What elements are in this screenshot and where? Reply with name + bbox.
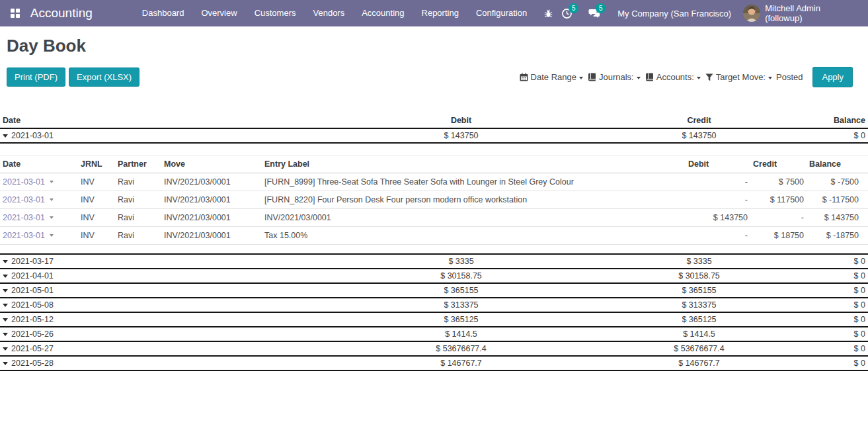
nav-item-dashboard[interactable]: Dashboard bbox=[134, 0, 193, 26]
target-move-filter[interactable]: Target Move: Posted bbox=[705, 72, 803, 82]
nav-item-reporting[interactable]: Reporting bbox=[413, 0, 467, 26]
group-toggle[interactable]: 2021-05-28 bbox=[0, 356, 304, 370]
jrnl-cell: INV bbox=[78, 227, 115, 245]
credit-cell: $ 30158.75 bbox=[618, 269, 780, 283]
user-menu[interactable]: Mitchell Admin (followup) bbox=[743, 3, 859, 23]
entry-date-link[interactable]: 2021-03-01 bbox=[3, 231, 54, 240]
apps-menu-button[interactable] bbox=[0, 0, 30, 26]
entry-date-link[interactable]: 2021-03-01 bbox=[3, 213, 54, 222]
detail-row: 2021-03-01 INV Ravi INV/2021/03/0001 [FU… bbox=[0, 191, 868, 209]
debit-cell: - bbox=[686, 227, 750, 245]
caret-down-icon bbox=[50, 181, 54, 183]
message-count-badge: 5 bbox=[596, 3, 606, 13]
credit-cell: $ 365125 bbox=[618, 312, 780, 327]
group-date: 2021-03-01 bbox=[11, 131, 54, 140]
credit-cell: $ 365155 bbox=[618, 283, 780, 298]
balance-cell: $ 0 bbox=[780, 356, 868, 370]
group-toggle[interactable]: 2021-05-08 bbox=[0, 298, 304, 312]
user-name: Mitchell Admin (followup) bbox=[765, 3, 859, 23]
caret-down-icon bbox=[50, 216, 54, 219]
balance-cell: $ 0 bbox=[780, 327, 868, 341]
caret-down-icon bbox=[768, 77, 772, 79]
calendar-icon bbox=[520, 73, 528, 81]
bug-icon bbox=[543, 9, 553, 19]
jrnl-cell: INV bbox=[78, 209, 115, 227]
activity-count-badge: 5 bbox=[569, 3, 578, 13]
credit-cell: $ 1414.5 bbox=[618, 327, 780, 341]
move-cell: INV/2021/03/0001 bbox=[161, 209, 262, 227]
nav-item-overview[interactable]: Overview bbox=[192, 0, 245, 26]
top-navbar: Accounting Dashboard Overview Customers … bbox=[0, 0, 868, 26]
detail-header-row: Date JRNL Partner Move Entry Label Debit… bbox=[0, 155, 868, 173]
summary-row: 2021-05-28 $ 146767.7 $ 146767.7 $ 0 bbox=[0, 356, 868, 370]
nav-item-configuration[interactable]: Configuration bbox=[467, 0, 535, 26]
group-toggle[interactable]: 2021-03-17 bbox=[0, 254, 304, 269]
page-title: Day Book bbox=[7, 36, 868, 56]
credit-cell: $ 117500 bbox=[750, 191, 807, 209]
group-toggle[interactable]: 2021-03-01 bbox=[0, 128, 304, 143]
debug-mode-button[interactable] bbox=[543, 9, 553, 19]
group-toggle[interactable]: 2021-05-27 bbox=[0, 341, 304, 356]
debit-cell: $ 365155 bbox=[304, 283, 618, 298]
messages-button[interactable]: 5 bbox=[588, 8, 600, 19]
col-header-debit: Debit bbox=[304, 113, 618, 128]
credit-cell: - bbox=[750, 209, 807, 227]
col-header-credit: Credit bbox=[618, 113, 780, 128]
nav-item-vendors[interactable]: Vendors bbox=[304, 0, 353, 26]
debit-cell: $ 3335 bbox=[304, 254, 618, 269]
summary-header-row: Date Debit Credit Balance bbox=[0, 113, 868, 128]
export-xlsx-button[interactable]: Export (XLSX) bbox=[69, 67, 139, 87]
group-toggle[interactable]: 2021-05-26 bbox=[0, 327, 304, 341]
balance-cell: $ 0 bbox=[780, 269, 868, 283]
entry-label-cell: INV/2021/03/0001 bbox=[262, 209, 686, 227]
avatar bbox=[743, 5, 760, 22]
print-pdf-button[interactable]: Print (PDF) bbox=[7, 67, 65, 87]
caret-down-icon bbox=[637, 77, 641, 79]
jrnl-cell: INV bbox=[78, 173, 115, 191]
triangle-down-icon bbox=[3, 304, 8, 307]
entry-label-cell: [FURN_8999] Three-Seat Sofa Three Seater… bbox=[262, 173, 686, 191]
credit-cell: $ 143750 bbox=[618, 128, 780, 143]
entry-date-link[interactable]: 2021-03-01 bbox=[3, 195, 54, 204]
debit-cell: $ 53676677.4 bbox=[304, 341, 618, 356]
journals-filter[interactable]: Journals: bbox=[588, 72, 641, 82]
accounts-filter[interactable]: Accounts: bbox=[645, 72, 701, 82]
entry-label-cell: Tax 15.00% bbox=[262, 227, 686, 245]
caret-down-icon bbox=[50, 198, 54, 201]
col-header-date: Date bbox=[0, 155, 78, 173]
detail-row: 2021-03-01 INV Ravi INV/2021/03/0001 [FU… bbox=[0, 173, 868, 191]
apps-grid-icon bbox=[10, 8, 20, 19]
target-move-label: Target Move: bbox=[716, 72, 766, 82]
company-switcher[interactable]: My Company (San Francisco) bbox=[617, 9, 731, 19]
balance-cell: $ 0 bbox=[780, 128, 868, 143]
triangle-down-icon bbox=[3, 134, 8, 138]
app-name[interactable]: Accounting bbox=[30, 6, 93, 21]
activities-button[interactable]: 5 bbox=[561, 8, 572, 19]
credit-cell: $ 146767.7 bbox=[618, 356, 780, 370]
col-header-move: Move bbox=[161, 155, 262, 173]
filter-funnel-icon bbox=[705, 73, 713, 81]
group-toggle[interactable]: 2021-04-01 bbox=[0, 269, 304, 283]
filter-bar: Date Range Journals: Accounts: bbox=[515, 67, 853, 87]
triangle-down-icon bbox=[3, 347, 8, 351]
nav-item-accounting[interactable]: Accounting bbox=[353, 0, 413, 26]
nav-item-customers[interactable]: Customers bbox=[246, 0, 305, 26]
debit-cell: $ 143750 bbox=[304, 128, 618, 143]
date-range-filter[interactable]: Date Range bbox=[520, 72, 583, 82]
debit-cell: $ 30158.75 bbox=[304, 269, 618, 283]
triangle-down-icon bbox=[3, 318, 8, 322]
group-toggle[interactable]: 2021-05-12 bbox=[0, 312, 304, 327]
balance-cell: $ 0 bbox=[780, 283, 868, 298]
book-icon bbox=[588, 73, 596, 81]
debit-cell: $ 143750 bbox=[686, 209, 750, 227]
balance-cell: $ 0 bbox=[780, 254, 868, 269]
navbar-systray: 5 5 My Company (San Francisco) Mitchell … bbox=[535, 3, 859, 23]
journals-label: Journals: bbox=[599, 72, 634, 82]
balance-cell: $ -117500 bbox=[807, 191, 868, 209]
apply-button[interactable]: Apply bbox=[812, 67, 853, 87]
debit-cell: - bbox=[686, 173, 750, 191]
col-header-credit: Credit bbox=[750, 155, 807, 173]
group-toggle[interactable]: 2021-05-01 bbox=[0, 283, 304, 298]
entry-date-link[interactable]: 2021-03-01 bbox=[3, 177, 54, 187]
move-cell: INV/2021/03/0001 bbox=[161, 173, 262, 191]
